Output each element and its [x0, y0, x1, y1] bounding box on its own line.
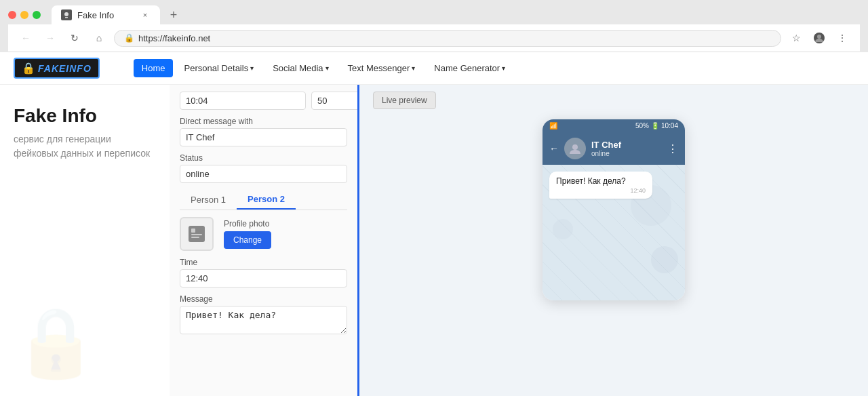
chevron-down-icon: ▾	[502, 64, 505, 72]
phone-time-display: 10:04	[661, 122, 678, 130]
logo-text-suffix: INFO	[66, 63, 91, 74]
profile-button[interactable]	[810, 28, 829, 47]
time-field-label: Time	[180, 258, 347, 267]
nav-item-home[interactable]: Home	[134, 59, 174, 77]
chat-header: ← IT Chef online ⋮	[542, 132, 685, 165]
chat-info: IT Chef online	[591, 140, 662, 157]
sidebar-title: Fake Info	[14, 105, 156, 127]
nav-item-social-media[interactable]: Social Media ▾	[264, 59, 336, 77]
nav-item-text-messenger[interactable]: Text Messenger ▾	[340, 59, 424, 77]
svg-point-8	[572, 144, 578, 150]
svg-rect-1	[65, 17, 68, 18]
profile-photo-label: Profile photo	[224, 219, 269, 229]
time-row	[180, 92, 347, 110]
preview-panel: Live preview 📶 50% 🔋 10:04	[359, 85, 868, 396]
back-button[interactable]: ←	[16, 28, 35, 47]
person-tab-2[interactable]: Person 2	[237, 190, 296, 210]
tab-close-button[interactable]: ×	[140, 9, 151, 20]
status-row: Status	[180, 153, 347, 183]
phone-wifi-icon: 📶	[549, 122, 557, 130]
status-input[interactable]	[180, 165, 347, 183]
chevron-down-icon: ▾	[412, 64, 415, 72]
new-tab-button[interactable]: +	[164, 5, 183, 24]
browser-tabs: Fake Info × +	[8, 5, 860, 24]
svg-point-3	[817, 35, 821, 39]
browser-window: Fake Info × + ← → ↻ ⌂ 🔒 https://fakeinfo…	[0, 0, 868, 396]
close-window-button[interactable]	[8, 11, 16, 19]
minimize-window-button[interactable]	[20, 11, 28, 19]
profile-photo-row: Profile photo Change	[180, 217, 271, 251]
page-content: 🔒 FAKEINFO Home Personal Details ▾ Socia…	[0, 52, 868, 396]
form-panel: Direct message with Status Person 1 Pers…	[170, 85, 359, 396]
chevron-down-icon: ▾	[326, 64, 329, 72]
browser-icons: ☆ ⋮	[787, 28, 852, 47]
left-sidebar: Fake Info сервис для генерации фейковых …	[0, 85, 170, 396]
profile-photo-placeholder	[180, 217, 214, 251]
message-input[interactable]: Привет! Как дела?	[180, 306, 347, 334]
chat-avatar	[564, 138, 586, 159]
logo-box: 🔒 FAKEINFO	[14, 58, 100, 79]
decoration-circle-2	[651, 246, 678, 273]
sidebar-watermark: 🔒	[14, 302, 98, 382]
phone-status-icons: 50% 🔋 10:04	[635, 122, 678, 130]
main-layout: Fake Info сервис для генерации фейковых …	[0, 85, 868, 396]
status-label: Status	[180, 153, 347, 163]
traffic-lights	[8, 11, 41, 19]
live-preview-badge[interactable]: Live preview	[373, 92, 436, 109]
svg-rect-6	[191, 234, 202, 235]
address-bar[interactable]: 🔒 https://fakeinfo.net	[114, 30, 781, 47]
message-text: Привет! Как дела?	[556, 176, 646, 186]
decoration-circle-3	[553, 219, 573, 239]
direct-message-input[interactable]	[180, 128, 347, 146]
direct-message-row: Direct message with	[180, 117, 347, 146]
time-field-row: Time	[180, 258, 347, 288]
nav-item-personal-details[interactable]: Personal Details ▾	[176, 59, 262, 77]
chat-contact-name: IT Chef	[591, 140, 662, 150]
tab-favicon	[61, 9, 72, 20]
bookmark-button[interactable]: ☆	[787, 28, 806, 47]
phone-signal-text: 50%	[635, 122, 649, 130]
home-button[interactable]: ⌂	[90, 28, 108, 47]
maximize-window-button[interactable]	[33, 11, 41, 19]
phone-mockup: 📶 50% 🔋 10:04 ←	[542, 119, 685, 300]
nav-items: Home Personal Details ▾ Social Media ▾ T…	[134, 59, 513, 77]
direct-message-label: Direct message with	[180, 117, 347, 126]
browser-toolbar: ← → ↻ ⌂ 🔒 https://fakeinfo.net ☆ ⋮	[8, 24, 860, 52]
person-tabs: Person 1 Person 2	[180, 190, 347, 210]
message-time: 12:40	[556, 187, 646, 194]
message-row: Message Привет! Как дела?	[180, 294, 347, 337]
chat-contact-status: online	[591, 150, 662, 157]
logo-text: FAKEINFO	[38, 63, 92, 74]
time-field-input[interactable]	[180, 269, 347, 288]
chat-body: Привет! Как дела? 12:40	[542, 165, 685, 300]
nav-item-name-generator[interactable]: Name Generator ▾	[426, 59, 513, 77]
logo-icon: 🔒	[22, 62, 35, 75]
site-logo: 🔒 FAKEINFO	[14, 58, 100, 79]
browser-titlebar: Fake Info × + ← → ↻ ⌂ 🔒 https://fakeinfo…	[0, 0, 868, 52]
svg-point-0	[64, 12, 68, 16]
forward-button[interactable]: →	[41, 28, 60, 47]
lock-icon: 🔒	[124, 33, 134, 43]
time-input-1[interactable]	[180, 92, 306, 110]
change-photo-button[interactable]: Change	[224, 231, 271, 249]
svg-rect-5	[191, 229, 195, 233]
time-input-2[interactable]	[311, 92, 359, 110]
more-options-icon[interactable]: ⋮	[667, 142, 678, 155]
preview-center: 📶 50% 🔋 10:04 ←	[373, 119, 854, 300]
phone-battery-icon: 🔋	[651, 122, 659, 130]
profile-photo-section: Profile photo Change	[180, 217, 347, 251]
menu-button[interactable]: ⋮	[833, 28, 852, 47]
chevron-down-icon: ▾	[250, 64, 254, 72]
message-label: Message	[180, 294, 347, 304]
phone-statusbar: 📶 50% 🔋 10:04	[542, 119, 685, 132]
url-text: https://fakeinfo.net	[138, 33, 771, 43]
active-tab[interactable]: Fake Info ×	[52, 5, 160, 24]
back-arrow-icon[interactable]: ←	[549, 143, 559, 154]
sidebar-subtitle: сервис для генерации фейковых данных и п…	[14, 132, 156, 161]
svg-rect-7	[191, 237, 199, 238]
message-bubble: Привет! Как дела? 12:40	[549, 172, 652, 199]
refresh-button[interactable]: ↻	[65, 28, 84, 47]
site-navbar: 🔒 FAKEINFO Home Personal Details ▾ Socia…	[0, 52, 868, 85]
person-tab-1[interactable]: Person 1	[180, 190, 237, 210]
logo-text-prefix: FAKE	[38, 63, 66, 74]
